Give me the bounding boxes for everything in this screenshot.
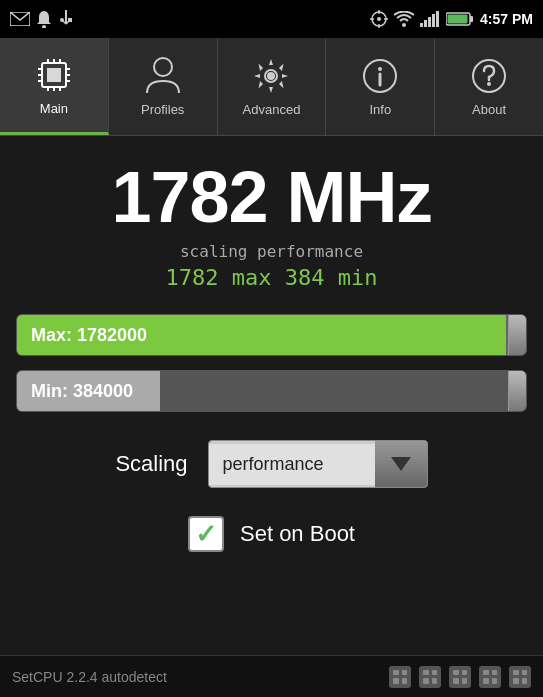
tab-info-label: Info xyxy=(369,102,391,117)
footer: SetCPU 2.2.4 autodetect xyxy=(0,655,543,697)
signal-icon xyxy=(420,11,440,27)
svg-point-43 xyxy=(487,82,491,86)
usb-icon xyxy=(58,10,74,28)
svg-rect-6 xyxy=(68,18,72,22)
footer-icon-3 xyxy=(449,666,471,688)
gear-icon xyxy=(251,56,291,96)
wifi-icon xyxy=(394,11,414,27)
tab-about-label: About xyxy=(472,102,506,117)
max-slider-track[interactable]: Max: 1782000 xyxy=(16,314,527,356)
svg-point-36 xyxy=(154,58,172,76)
scaling-text: Scaling xyxy=(115,451,187,477)
scaling-dropdown[interactable]: performance xyxy=(208,440,428,488)
mail-icon xyxy=(10,12,30,26)
max-slider-label: Max: 1782000 xyxy=(17,325,147,346)
status-left-icons xyxy=(10,10,74,28)
scaling-row: Scaling performance xyxy=(16,440,527,488)
svg-point-8 xyxy=(377,17,381,21)
min-slider-container: Min: 384000 xyxy=(16,370,527,412)
svg-point-1 xyxy=(42,25,46,28)
tab-advanced-label: Advanced xyxy=(243,102,301,117)
footer-icon-1 xyxy=(389,666,411,688)
tab-profiles[interactable]: Profiles xyxy=(109,38,218,135)
person-icon xyxy=(143,56,183,96)
tab-info[interactable]: Info xyxy=(326,38,435,135)
min-slider-handle[interactable] xyxy=(508,371,526,411)
tab-about[interactable]: About xyxy=(435,38,543,135)
cpu-icon xyxy=(34,55,74,95)
max-slider-container: Max: 1782000 xyxy=(16,314,527,356)
info-icon xyxy=(360,56,400,96)
status-bar: 4:57 PM xyxy=(0,0,543,38)
boot-row: ✓ Set on Boot xyxy=(188,516,355,552)
svg-rect-20 xyxy=(470,16,473,22)
max-slider-handle[interactable] xyxy=(508,315,526,355)
svg-point-38 xyxy=(267,72,275,80)
scaling-arrow-icon[interactable] xyxy=(375,440,427,488)
set-on-boot-label: Set on Boot xyxy=(240,521,355,547)
footer-app-info: SetCPU 2.2.4 autodetect xyxy=(12,669,167,685)
svg-marker-44 xyxy=(391,457,411,471)
scaling-value: performance xyxy=(209,444,375,485)
time-display: 4:57 PM xyxy=(480,11,533,27)
set-on-boot-checkbox[interactable]: ✓ xyxy=(188,516,224,552)
svg-rect-21 xyxy=(448,15,468,24)
tab-advanced[interactable]: Advanced xyxy=(218,38,327,135)
checkmark-icon: ✓ xyxy=(195,519,217,550)
battery-icon xyxy=(446,12,474,26)
question-icon xyxy=(469,56,509,96)
min-slider-label: Min: 384000 xyxy=(17,381,133,402)
tab-main[interactable]: Main xyxy=(0,38,109,135)
tab-profiles-label: Profiles xyxy=(141,102,184,117)
svg-rect-17 xyxy=(432,14,435,27)
svg-rect-14 xyxy=(420,23,423,27)
svg-point-41 xyxy=(378,67,382,71)
scaling-label: scaling performance xyxy=(180,242,363,261)
nav-tabs: Main Profiles Ad xyxy=(0,38,543,136)
footer-icon-2 xyxy=(419,666,441,688)
tab-main-label: Main xyxy=(40,101,68,116)
freq-range: 1782 max 384 min xyxy=(166,265,378,290)
min-slider-track[interactable]: Min: 384000 xyxy=(16,370,527,412)
svg-rect-16 xyxy=(428,17,431,27)
notification-icon xyxy=(36,10,52,28)
frequency-display: 1782 MHz xyxy=(111,156,431,238)
status-right-icons: 4:57 PM xyxy=(370,10,533,28)
main-content: 1782 MHz scaling performance 1782 max 38… xyxy=(0,136,543,562)
svg-point-5 xyxy=(60,18,64,22)
svg-rect-23 xyxy=(47,68,61,82)
svg-rect-18 xyxy=(436,11,439,27)
svg-point-13 xyxy=(402,23,406,27)
svg-rect-15 xyxy=(424,20,427,27)
footer-icon-5 xyxy=(509,666,531,688)
footer-icon-4 xyxy=(479,666,501,688)
gps-icon xyxy=(370,10,388,28)
footer-icons xyxy=(389,666,531,688)
